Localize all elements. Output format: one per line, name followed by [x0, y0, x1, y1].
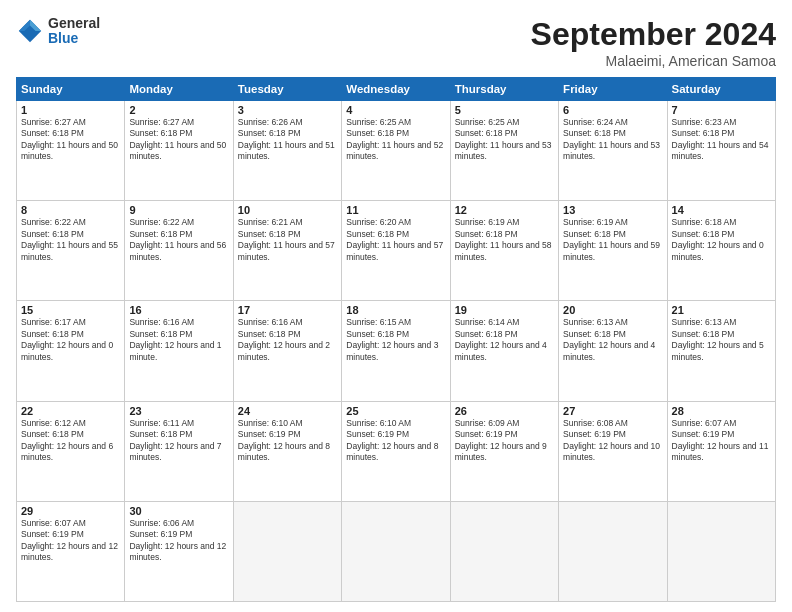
- day-info: Sunrise: 6:16 AM Sunset: 6:18 PM Dayligh…: [238, 317, 337, 363]
- table-row: 26 Sunrise: 6:09 AM Sunset: 6:19 PM Dayl…: [450, 401, 558, 501]
- table-row: 24 Sunrise: 6:10 AM Sunset: 6:19 PM Dayl…: [233, 401, 341, 501]
- table-row: 2 Sunrise: 6:27 AM Sunset: 6:18 PM Dayli…: [125, 101, 233, 201]
- table-row: 11 Sunrise: 6:20 AM Sunset: 6:18 PM Dayl…: [342, 201, 450, 301]
- day-number: 22: [21, 405, 120, 417]
- col-wednesday: Wednesday: [342, 78, 450, 101]
- location-subtitle: Malaeimi, American Samoa: [531, 53, 776, 69]
- day-number: 23: [129, 405, 228, 417]
- logo-blue: Blue: [48, 30, 78, 46]
- table-row: 16 Sunrise: 6:16 AM Sunset: 6:18 PM Dayl…: [125, 301, 233, 401]
- day-info: Sunrise: 6:11 AM Sunset: 6:18 PM Dayligh…: [129, 418, 228, 464]
- table-row: 1 Sunrise: 6:27 AM Sunset: 6:18 PM Dayli…: [17, 101, 125, 201]
- table-row: 14 Sunrise: 6:18 AM Sunset: 6:18 PM Dayl…: [667, 201, 775, 301]
- logo: General Blue: [16, 16, 100, 47]
- header: General Blue September 2024 Malaeimi, Am…: [16, 16, 776, 69]
- table-row: [450, 501, 558, 601]
- day-number: 15: [21, 304, 120, 316]
- day-info: Sunrise: 6:07 AM Sunset: 6:19 PM Dayligh…: [672, 418, 771, 464]
- table-row: 27 Sunrise: 6:08 AM Sunset: 6:19 PM Dayl…: [559, 401, 667, 501]
- day-number: 24: [238, 405, 337, 417]
- day-info: Sunrise: 6:13 AM Sunset: 6:18 PM Dayligh…: [672, 317, 771, 363]
- day-number: 25: [346, 405, 445, 417]
- calendar-page: General Blue September 2024 Malaeimi, Am…: [0, 0, 792, 612]
- table-row: [559, 501, 667, 601]
- table-row: 29 Sunrise: 6:07 AM Sunset: 6:19 PM Dayl…: [17, 501, 125, 601]
- calendar-row: 15 Sunrise: 6:17 AM Sunset: 6:18 PM Dayl…: [17, 301, 776, 401]
- table-row: 3 Sunrise: 6:26 AM Sunset: 6:18 PM Dayli…: [233, 101, 341, 201]
- table-row: 28 Sunrise: 6:07 AM Sunset: 6:19 PM Dayl…: [667, 401, 775, 501]
- title-block: September 2024 Malaeimi, American Samoa: [531, 16, 776, 69]
- day-info: Sunrise: 6:16 AM Sunset: 6:18 PM Dayligh…: [129, 317, 228, 363]
- day-number: 11: [346, 204, 445, 216]
- col-monday: Monday: [125, 78, 233, 101]
- header-row: Sunday Monday Tuesday Wednesday Thursday…: [17, 78, 776, 101]
- day-info: Sunrise: 6:25 AM Sunset: 6:18 PM Dayligh…: [455, 117, 554, 163]
- logo-icon: [16, 17, 44, 45]
- table-row: 23 Sunrise: 6:11 AM Sunset: 6:18 PM Dayl…: [125, 401, 233, 501]
- day-info: Sunrise: 6:23 AM Sunset: 6:18 PM Dayligh…: [672, 117, 771, 163]
- day-number: 7: [672, 104, 771, 116]
- day-info: Sunrise: 6:20 AM Sunset: 6:18 PM Dayligh…: [346, 217, 445, 263]
- day-info: Sunrise: 6:24 AM Sunset: 6:18 PM Dayligh…: [563, 117, 662, 163]
- logo-general: General: [48, 15, 100, 31]
- day-number: 17: [238, 304, 337, 316]
- day-info: Sunrise: 6:09 AM Sunset: 6:19 PM Dayligh…: [455, 418, 554, 464]
- day-info: Sunrise: 6:19 AM Sunset: 6:18 PM Dayligh…: [563, 217, 662, 263]
- day-info: Sunrise: 6:13 AM Sunset: 6:18 PM Dayligh…: [563, 317, 662, 363]
- day-info: Sunrise: 6:19 AM Sunset: 6:18 PM Dayligh…: [455, 217, 554, 263]
- day-number: 26: [455, 405, 554, 417]
- day-number: 10: [238, 204, 337, 216]
- table-row: 6 Sunrise: 6:24 AM Sunset: 6:18 PM Dayli…: [559, 101, 667, 201]
- table-row: 21 Sunrise: 6:13 AM Sunset: 6:18 PM Dayl…: [667, 301, 775, 401]
- day-info: Sunrise: 6:18 AM Sunset: 6:18 PM Dayligh…: [672, 217, 771, 263]
- day-number: 16: [129, 304, 228, 316]
- col-tuesday: Tuesday: [233, 78, 341, 101]
- day-number: 8: [21, 204, 120, 216]
- day-number: 21: [672, 304, 771, 316]
- day-number: 13: [563, 204, 662, 216]
- day-info: Sunrise: 6:10 AM Sunset: 6:19 PM Dayligh…: [346, 418, 445, 464]
- calendar-row: 29 Sunrise: 6:07 AM Sunset: 6:19 PM Dayl…: [17, 501, 776, 601]
- day-info: Sunrise: 6:14 AM Sunset: 6:18 PM Dayligh…: [455, 317, 554, 363]
- table-row: 30 Sunrise: 6:06 AM Sunset: 6:19 PM Dayl…: [125, 501, 233, 601]
- day-info: Sunrise: 6:06 AM Sunset: 6:19 PM Dayligh…: [129, 518, 228, 564]
- day-number: 4: [346, 104, 445, 116]
- table-row: 7 Sunrise: 6:23 AM Sunset: 6:18 PM Dayli…: [667, 101, 775, 201]
- day-number: 18: [346, 304, 445, 316]
- day-info: Sunrise: 6:07 AM Sunset: 6:19 PM Dayligh…: [21, 518, 120, 564]
- table-row: 13 Sunrise: 6:19 AM Sunset: 6:18 PM Dayl…: [559, 201, 667, 301]
- day-info: Sunrise: 6:12 AM Sunset: 6:18 PM Dayligh…: [21, 418, 120, 464]
- table-row: [233, 501, 341, 601]
- calendar-row: 8 Sunrise: 6:22 AM Sunset: 6:18 PM Dayli…: [17, 201, 776, 301]
- day-number: 12: [455, 204, 554, 216]
- month-title: September 2024: [531, 16, 776, 53]
- table-row: 12 Sunrise: 6:19 AM Sunset: 6:18 PM Dayl…: [450, 201, 558, 301]
- table-row: 19 Sunrise: 6:14 AM Sunset: 6:18 PM Dayl…: [450, 301, 558, 401]
- day-number: 14: [672, 204, 771, 216]
- day-info: Sunrise: 6:08 AM Sunset: 6:19 PM Dayligh…: [563, 418, 662, 464]
- day-info: Sunrise: 6:10 AM Sunset: 6:19 PM Dayligh…: [238, 418, 337, 464]
- day-info: Sunrise: 6:22 AM Sunset: 6:18 PM Dayligh…: [21, 217, 120, 263]
- table-row: 10 Sunrise: 6:21 AM Sunset: 6:18 PM Dayl…: [233, 201, 341, 301]
- day-number: 9: [129, 204, 228, 216]
- col-thursday: Thursday: [450, 78, 558, 101]
- day-number: 1: [21, 104, 120, 116]
- table-row: 22 Sunrise: 6:12 AM Sunset: 6:18 PM Dayl…: [17, 401, 125, 501]
- day-number: 5: [455, 104, 554, 116]
- day-number: 6: [563, 104, 662, 116]
- day-info: Sunrise: 6:17 AM Sunset: 6:18 PM Dayligh…: [21, 317, 120, 363]
- day-info: Sunrise: 6:15 AM Sunset: 6:18 PM Dayligh…: [346, 317, 445, 363]
- day-info: Sunrise: 6:27 AM Sunset: 6:18 PM Dayligh…: [129, 117, 228, 163]
- day-info: Sunrise: 6:26 AM Sunset: 6:18 PM Dayligh…: [238, 117, 337, 163]
- table-row: 9 Sunrise: 6:22 AM Sunset: 6:18 PM Dayli…: [125, 201, 233, 301]
- col-sunday: Sunday: [17, 78, 125, 101]
- calendar-row: 1 Sunrise: 6:27 AM Sunset: 6:18 PM Dayli…: [17, 101, 776, 201]
- table-row: 18 Sunrise: 6:15 AM Sunset: 6:18 PM Dayl…: [342, 301, 450, 401]
- calendar-table: Sunday Monday Tuesday Wednesday Thursday…: [16, 77, 776, 602]
- day-number: 28: [672, 405, 771, 417]
- table-row: 4 Sunrise: 6:25 AM Sunset: 6:18 PM Dayli…: [342, 101, 450, 201]
- day-info: Sunrise: 6:22 AM Sunset: 6:18 PM Dayligh…: [129, 217, 228, 263]
- table-row: 15 Sunrise: 6:17 AM Sunset: 6:18 PM Dayl…: [17, 301, 125, 401]
- table-row: 5 Sunrise: 6:25 AM Sunset: 6:18 PM Dayli…: [450, 101, 558, 201]
- day-info: Sunrise: 6:27 AM Sunset: 6:18 PM Dayligh…: [21, 117, 120, 163]
